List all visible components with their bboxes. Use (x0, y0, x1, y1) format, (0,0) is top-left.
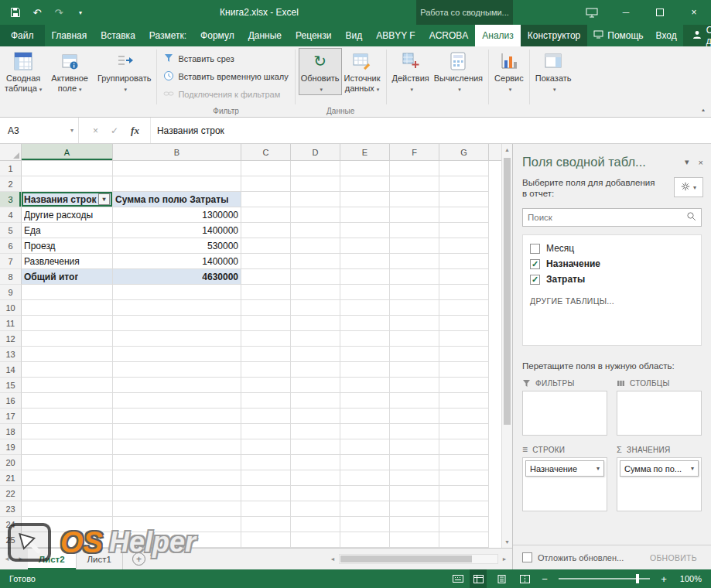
cell-A19[interactable] (22, 439, 113, 455)
cell-F7[interactable] (390, 254, 439, 269)
cell-G24[interactable] (439, 517, 489, 532)
cell-A20[interactable] (22, 455, 113, 470)
cell-B18[interactable] (113, 424, 241, 439)
cell-G1[interactable] (439, 161, 489, 176)
cell-F8[interactable] (390, 269, 439, 285)
values-drop-box[interactable]: Сумма по по... ▾ (617, 457, 702, 511)
cell-A17[interactable] (22, 409, 113, 424)
cell-A18[interactable] (22, 424, 113, 439)
view-page-layout-button[interactable] (493, 569, 510, 588)
cell-A4[interactable]: Другие расходы (22, 207, 113, 223)
cell-A5[interactable]: Еда (22, 223, 113, 238)
insert-function-icon[interactable]: fx (131, 125, 139, 137)
cell-F14[interactable] (390, 362, 439, 378)
sheet-tab-1[interactable]: Лист2 (28, 549, 77, 569)
cell-F9[interactable] (390, 285, 439, 300)
rows-field-chip[interactable]: Назначение ▾ (525, 460, 604, 477)
column-header-E[interactable]: E (340, 144, 390, 161)
zoom-slider[interactable] (559, 578, 650, 579)
cell-D22[interactable] (291, 486, 340, 501)
cell-E14[interactable] (340, 362, 390, 378)
cell-G12[interactable] (439, 331, 489, 347)
cell-F4[interactable] (390, 207, 439, 223)
cell-E11[interactable] (340, 316, 390, 331)
cell-D19[interactable] (291, 439, 340, 455)
cell-F12[interactable] (390, 331, 439, 347)
maximize-button[interactable] (643, 0, 677, 25)
cell-D14[interactable] (291, 362, 340, 378)
field-checkbox[interactable] (530, 244, 540, 254)
cell-E16[interactable] (340, 393, 390, 409)
cell-F15[interactable] (390, 378, 439, 393)
row-header-9[interactable]: 9 (0, 285, 22, 300)
cell-E23[interactable] (340, 501, 390, 517)
cell-C22[interactable] (241, 486, 291, 501)
row-header-12[interactable]: 12 (0, 331, 22, 347)
pane-options-icon[interactable]: ▾ (685, 157, 689, 167)
show-button[interactable]: Показать ▾ (533, 48, 574, 94)
cell-G2[interactable] (439, 176, 489, 192)
column-header-D[interactable]: D (291, 144, 340, 161)
cell-D6[interactable] (291, 238, 340, 254)
cell-E21[interactable] (340, 470, 390, 486)
cell-E9[interactable] (340, 285, 390, 300)
help-button[interactable]: Помощь (587, 25, 649, 46)
field-checkbox[interactable]: ✓ (530, 275, 540, 285)
cell-B16[interactable] (113, 393, 241, 409)
cell-A1[interactable] (22, 161, 113, 176)
row-header-1[interactable]: 1 (0, 161, 22, 176)
cell-F17[interactable] (390, 409, 439, 424)
cell-G16[interactable] (439, 393, 489, 409)
cell-D17[interactable] (291, 409, 340, 424)
cell-G13[interactable] (439, 347, 489, 362)
cell-D15[interactable] (291, 378, 340, 393)
cell-B5[interactable]: 1400000 (113, 223, 241, 238)
cell-E3[interactable] (340, 192, 390, 207)
cell-G7[interactable] (439, 254, 489, 269)
cell-B8[interactable]: 4630000 (113, 269, 241, 285)
cell-D20[interactable] (291, 455, 340, 470)
collapse-ribbon-icon[interactable]: ▴ (702, 108, 705, 113)
hscroll-left-icon[interactable]: ◄ (326, 556, 339, 562)
more-tables-link[interactable]: ДРУГИЕ ТАБЛИЦЫ... (530, 296, 694, 306)
cell-G10[interactable] (439, 300, 489, 316)
cell-B15[interactable] (113, 378, 241, 393)
cell-B12[interactable] (113, 331, 241, 347)
cell-C14[interactable] (241, 362, 291, 378)
zoom-in-button[interactable]: + (658, 573, 669, 585)
cell-C8[interactable] (241, 269, 291, 285)
cell-D4[interactable] (291, 207, 340, 223)
ribbon-tab-8[interactable]: ABBYY F (369, 25, 422, 46)
vscroll-down-icon[interactable]: ▼ (502, 536, 512, 548)
cell-F10[interactable] (390, 300, 439, 316)
cell-A6[interactable]: Проезд (22, 238, 113, 254)
field-item-2[interactable]: ✓Назначение (530, 256, 694, 272)
cell-F18[interactable] (390, 424, 439, 439)
cell-B1[interactable] (113, 161, 241, 176)
row-header-7[interactable]: 7 (0, 254, 22, 269)
row-header-6[interactable]: 6 (0, 238, 22, 254)
sheet-tab-2[interactable]: Лист1 (77, 549, 123, 569)
ribbon-display-options-icon[interactable] (575, 0, 609, 25)
cell-G18[interactable] (439, 424, 489, 439)
update-button[interactable]: ОБНОВИТЬ (644, 550, 703, 566)
cell-C1[interactable] (241, 161, 291, 176)
cell-A7[interactable]: Развлечения (22, 254, 113, 269)
vscroll-thumb[interactable] (504, 158, 511, 425)
hscroll-track[interactable] (339, 554, 498, 564)
zoom-out-button[interactable]: − (539, 573, 550, 585)
search-input[interactable] (528, 213, 686, 222)
pivot-table-button[interactable]: Сводная таблица▾ (2, 48, 44, 94)
cell-E13[interactable] (340, 347, 390, 362)
cell-F19[interactable] (390, 439, 439, 455)
cell-F21[interactable] (390, 470, 439, 486)
columns-drop-box[interactable] (617, 391, 702, 436)
cell-C12[interactable] (241, 331, 291, 347)
redo-icon[interactable]: ↷ (50, 3, 68, 22)
cell-G4[interactable] (439, 207, 489, 223)
cell-D23[interactable] (291, 501, 340, 517)
cell-C21[interactable] (241, 470, 291, 486)
cell-E5[interactable] (340, 223, 390, 238)
row-header-17[interactable]: 17 (0, 409, 22, 424)
cell-C6[interactable] (241, 238, 291, 254)
